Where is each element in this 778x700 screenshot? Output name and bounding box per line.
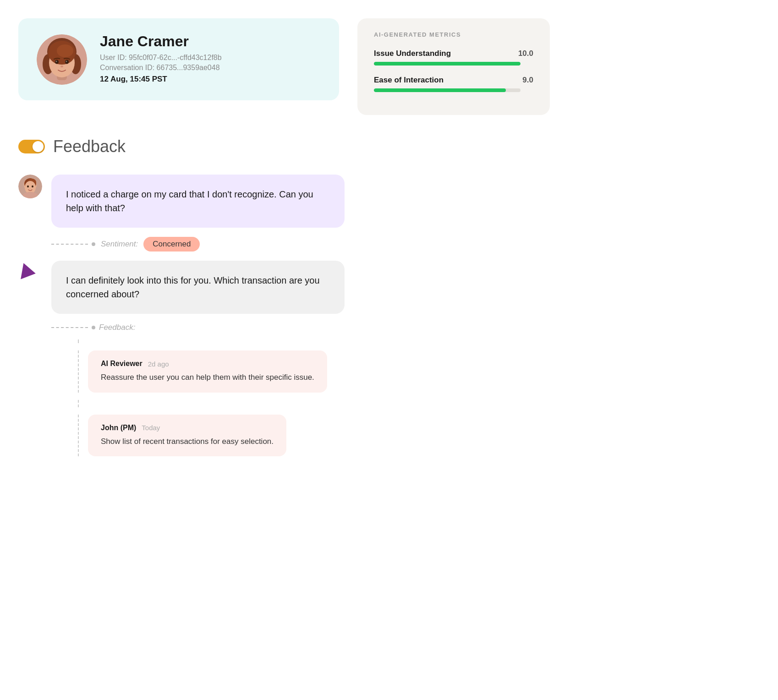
annotation-line — [51, 242, 95, 246]
feedback-dashed-line — [51, 327, 88, 328]
user-info: Jane Cramer User ID: 95fc0f07-62c...-cff… — [100, 33, 222, 86]
sentiment-label: Sentiment: — [101, 240, 138, 249]
connector-mid — [78, 400, 760, 407]
feedback-annotation-dot — [92, 326, 95, 329]
user-card: Jane Cramer User ID: 95fc0f07-62c...-cff… — [18, 18, 339, 100]
comment-with-connector: AI Reviewer 2d ago Reassure the user you… — [73, 350, 760, 393]
user-id: User ID: 95fc0f07-62c...-cffd43c12f8b — [100, 54, 222, 62]
commenter-name-2: John (PM) — [101, 424, 136, 432]
dashed-line — [51, 244, 88, 245]
metrics-title: AI-GENERATED METRICS — [374, 31, 533, 38]
comment-time-2: Today — [142, 424, 160, 432]
metric-label-interaction: Ease of Interaction — [374, 76, 444, 85]
user-message-row: I noticed a charge on my card that I don… — [18, 175, 760, 228]
agent-message-bubble: I can definitely look into this for you.… — [51, 261, 345, 314]
feedback-comment-1: AI Reviewer 2d ago Reassure the user you… — [88, 350, 327, 393]
comment-text-1: Reassure the user you can help them with… — [101, 372, 314, 383]
agent-message-text: I can definitely look into this for you.… — [66, 275, 320, 299]
svg-point-7 — [57, 44, 73, 57]
user-message-text: I noticed a charge on my card that I don… — [66, 189, 313, 213]
chat-section: I noticed a charge on my card that I don… — [18, 175, 760, 456]
user-name: Jane Cramer — [100, 33, 222, 50]
feedback-comments: AI Reviewer 2d ago Reassure the user you… — [18, 339, 760, 456]
svg-point-12 — [60, 66, 63, 67]
user-message-bubble: I noticed a charge on my card that I don… — [51, 175, 345, 228]
metric-row-understanding: Issue Understanding 10.0 — [374, 49, 533, 66]
svg-point-17 — [25, 181, 36, 194]
metrics-card: AI-GENERATED METRICS Issue Understanding… — [357, 18, 550, 115]
feedback-toggle-section: Feedback — [18, 137, 760, 156]
metric-value-understanding: 10.0 — [518, 49, 533, 58]
svg-point-18 — [27, 186, 29, 187]
agent-message-row: I can definitely look into this for you.… — [18, 261, 760, 314]
metric-bar-fill-interaction — [374, 88, 506, 92]
svg-marker-22 — [21, 263, 37, 282]
connector-top — [78, 339, 760, 343]
comment-with-connector-2: John (PM) Today Show list of recent tran… — [73, 415, 760, 457]
metric-label-understanding: Issue Understanding — [374, 49, 451, 58]
sentiment-annotation-row: Sentiment: Concerned — [18, 228, 760, 261]
sentiment-badge: Concerned — [143, 237, 200, 252]
agent-logo-icon — [18, 261, 42, 284]
metric-bar-fill-understanding — [374, 62, 520, 66]
comment-text-2: Show list of recent transactions for eas… — [101, 436, 274, 448]
feedback-toggle[interactable] — [18, 140, 45, 153]
annotation-dot — [92, 242, 95, 246]
connector-left — [78, 350, 79, 393]
svg-point-10 — [56, 60, 57, 62]
comment-header-2: John (PM) Today — [101, 424, 274, 432]
commenter-name-1: AI Reviewer — [101, 360, 142, 368]
feedback-annotation-line: Feedback: — [51, 323, 760, 332]
top-section: Jane Cramer User ID: 95fc0f07-62c...-cff… — [18, 18, 760, 115]
timestamp: 12 Aug, 15:45 PST — [100, 75, 222, 84]
metric-bar-bg-interaction — [374, 88, 520, 92]
svg-point-11 — [66, 60, 67, 62]
feedback-comment-2: John (PM) Today Show list of recent tran… — [88, 415, 286, 457]
comment-time-1: 2d ago — [148, 360, 169, 368]
connector-left-2 — [78, 415, 79, 457]
feedback-section-title: Feedback — [53, 137, 126, 156]
metric-bar-bg-understanding — [374, 62, 520, 66]
user-message-avatar — [18, 175, 42, 198]
user-avatar — [37, 34, 87, 85]
feedback-annotation-row: Feedback: — [18, 314, 760, 339]
metric-row-interaction: Ease of Interaction 9.0 — [374, 76, 533, 92]
svg-point-19 — [32, 186, 33, 187]
metric-value-interaction: 9.0 — [522, 76, 533, 85]
comment-header-1: AI Reviewer 2d ago — [101, 360, 314, 368]
feedback-annotation-label: Feedback: — [99, 323, 135, 332]
conversation-id: Conversation ID: 66735...9359ae048 — [100, 64, 222, 72]
toggle-knob — [33, 141, 44, 152]
